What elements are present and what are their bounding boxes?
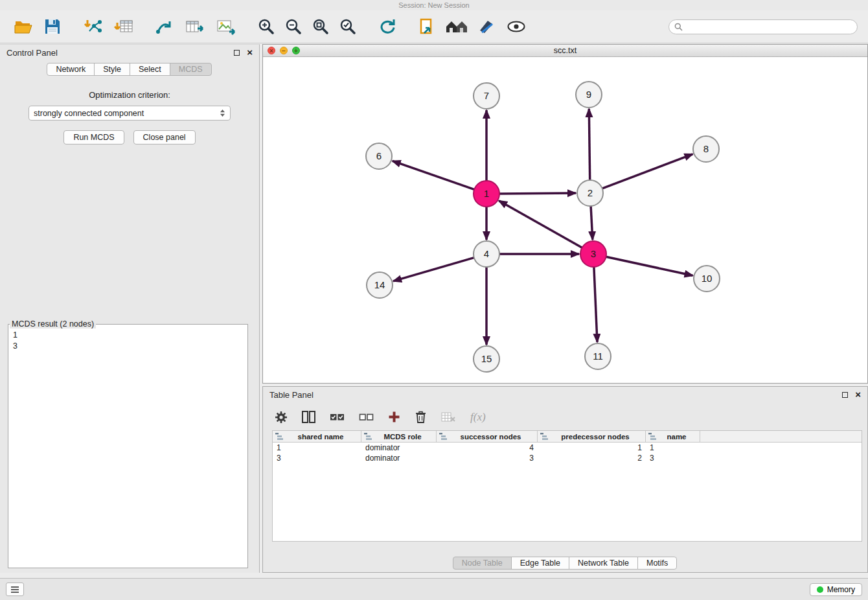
search-icon <box>674 23 683 31</box>
network-window-titlebar: × − + scc.txt <box>263 45 867 57</box>
close-table-panel-icon[interactable]: × <box>855 391 861 398</box>
copy-network-button[interactable] <box>418 17 435 36</box>
graph-edge-3-11[interactable] <box>594 267 597 342</box>
graph-node-label: 9 <box>586 89 591 100</box>
graph-edge-3-10[interactable] <box>606 257 693 275</box>
graph-node-label: 8 <box>703 143 709 154</box>
tab-node-table[interactable]: Node Table <box>453 557 512 570</box>
apply-style-button[interactable] <box>478 19 496 34</box>
tab-select[interactable]: Select <box>130 63 170 76</box>
control-panel-tabs: NetworkStyleSelectMCDS <box>0 63 259 76</box>
cell-mcds-role[interactable]: dominator <box>361 443 437 453</box>
graph-edge-1-2[interactable] <box>499 193 576 194</box>
zoom-fit-button[interactable] <box>312 18 329 35</box>
delete-column-button[interactable] <box>415 410 427 424</box>
select-all-columns-button[interactable] <box>330 412 345 422</box>
graph-node-14[interactable]: 14 <box>367 272 393 298</box>
dropdown-value: strongly connected component <box>34 109 144 118</box>
duplicate-network-button[interactable] <box>155 18 174 35</box>
cell-shared-name[interactable]: 1 <box>273 443 361 453</box>
graph-node-8[interactable]: 8 <box>693 136 719 162</box>
table-settings-button[interactable] <box>275 411 288 424</box>
delete-table-button[interactable] <box>441 411 456 422</box>
cell-predecessor-nodes[interactable]: 2 <box>538 453 646 463</box>
add-column-button[interactable] <box>388 411 400 423</box>
tab-mcds[interactable]: MCDS <box>170 63 212 76</box>
graph-edge-2-9[interactable] <box>589 109 589 180</box>
export-network-button[interactable] <box>185 18 205 35</box>
float-table-panel-icon[interactable] <box>842 392 848 398</box>
memory-button[interactable]: Memory <box>810 583 862 596</box>
import-network-button[interactable] <box>83 17 102 36</box>
optimization-label: Optimization criterion: <box>0 90 259 100</box>
graph-node-15[interactable]: 15 <box>474 346 499 372</box>
status-menu-button[interactable] <box>6 583 24 596</box>
close-control-panel-icon[interactable]: × <box>247 49 253 56</box>
column-header-predecessor-nodes[interactable]: predecessor nodes <box>538 431 646 442</box>
control-panel-title: Control Panel <box>6 48 58 58</box>
cell-successor-nodes[interactable]: 4 <box>437 443 538 453</box>
home-button[interactable] <box>446 19 468 34</box>
graph-edge-1-6[interactable] <box>393 161 474 189</box>
cell-name[interactable]: 3 <box>646 453 700 463</box>
cell-name[interactable]: 1 <box>646 443 700 453</box>
graph-node-10[interactable]: 10 <box>694 266 720 292</box>
table-row[interactable]: 1dominator411 <box>273 443 862 453</box>
zoom-selected-button[interactable] <box>339 18 356 35</box>
graph-node-7[interactable]: 7 <box>474 83 499 109</box>
graph-node-11[interactable]: 11 <box>585 343 611 369</box>
maximize-window-icon[interactable]: + <box>292 47 300 54</box>
function-builder-button[interactable]: f(x) <box>470 411 486 424</box>
open-session-button[interactable] <box>14 19 32 34</box>
close-window-icon[interactable]: × <box>268 47 275 54</box>
network-window-title: scc.txt <box>554 46 577 55</box>
minimize-window-icon[interactable]: − <box>280 47 288 54</box>
column-tree-icon <box>540 433 548 440</box>
cell-predecessor-nodes[interactable]: 1 <box>538 443 646 453</box>
graph-node-9[interactable]: 9 <box>576 82 602 108</box>
graph-node-label: 4 <box>484 248 489 259</box>
save-session-button[interactable] <box>44 18 61 35</box>
show-columns-button[interactable] <box>302 411 315 423</box>
column-header-successor-nodes[interactable]: successor nodes <box>437 431 538 442</box>
tab-motifs[interactable]: Motifs <box>637 557 677 570</box>
tab-edge-table[interactable]: Edge Table <box>511 557 569 570</box>
graph-node-1[interactable]: 1 <box>474 181 499 207</box>
graph-node-3[interactable]: 3 <box>580 241 606 267</box>
column-header-mcds-role[interactable]: MCDS role <box>361 431 437 442</box>
graph-edge-3-1[interactable] <box>499 201 582 248</box>
tab-network-table[interactable]: Network Table <box>569 557 638 570</box>
copy-network-icon <box>418 17 435 36</box>
graph-edge-2-8[interactable] <box>602 154 693 189</box>
graph-edge-2-3[interactable] <box>591 206 593 240</box>
zoom-out-button[interactable] <box>285 18 302 35</box>
cell-successor-nodes[interactable]: 3 <box>437 453 538 463</box>
zoom-in-button[interactable] <box>258 18 275 35</box>
graph-edge-4-14[interactable] <box>393 258 474 281</box>
table-row[interactable]: 3dominator323 <box>273 453 862 463</box>
eye-icon <box>507 20 526 33</box>
export-image-button[interactable] <box>216 18 236 35</box>
column-label: MCDS role <box>372 433 433 441</box>
cell-shared-name[interactable]: 3 <box>273 453 361 463</box>
column-header-name[interactable]: name <box>646 431 700 442</box>
column-header-shared-name[interactable]: shared name <box>273 431 361 442</box>
cell-mcds-role[interactable]: dominator <box>361 453 437 463</box>
deselect-all-columns-button[interactable] <box>359 412 374 422</box>
network-graph[interactable]: 7968124314101511 <box>263 57 867 383</box>
run-mcds-button[interactable]: Run MCDS <box>63 130 124 144</box>
graph-node-2[interactable]: 2 <box>577 180 603 206</box>
save-icon <box>44 18 61 35</box>
close-panel-button[interactable]: Close panel <box>133 130 196 144</box>
tab-style[interactable]: Style <box>94 63 130 76</box>
optimization-dropdown[interactable]: strongly connected component <box>29 106 231 121</box>
graph-node-4[interactable]: 4 <box>474 241 499 267</box>
search-input[interactable] <box>686 22 852 31</box>
float-panel-icon[interactable] <box>234 50 240 56</box>
graph-node-6[interactable]: 6 <box>366 143 392 169</box>
refresh-button[interactable] <box>378 18 396 35</box>
column-tree-icon <box>275 433 283 440</box>
import-table-button[interactable] <box>114 17 133 36</box>
tab-network[interactable]: Network <box>47 63 95 76</box>
toggle-visibility-button[interactable] <box>507 20 526 33</box>
